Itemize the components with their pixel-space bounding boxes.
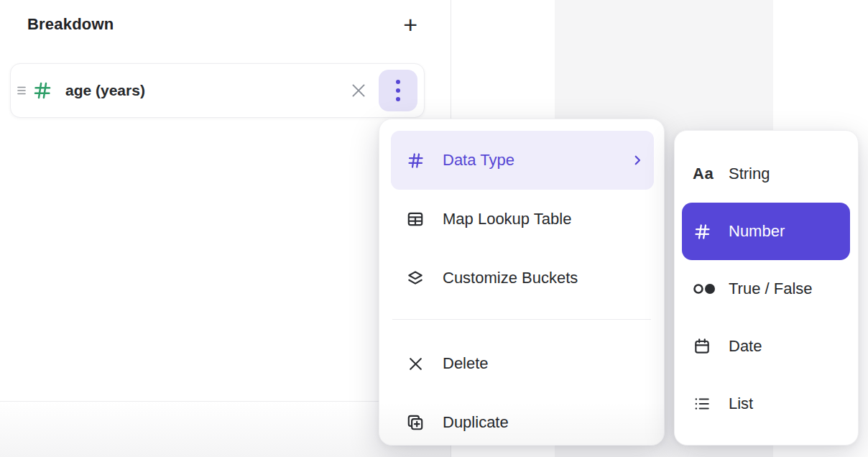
data-type-submenu: Aa String Number True / False <box>674 130 859 446</box>
table-icon <box>405 210 425 228</box>
submenu-item-label: Date <box>729 337 762 356</box>
menu-item-label: Delete <box>443 354 647 373</box>
menu-item-delete[interactable]: Delete <box>379 334 664 393</box>
submenu-item-date[interactable]: Date <box>675 318 858 375</box>
menu-divider <box>392 319 651 320</box>
breakdown-screen: Breakdown + age (years) <box>0 0 868 457</box>
chevron-right-icon <box>631 154 644 167</box>
calendar-icon <box>693 337 719 356</box>
breakdown-field-card[interactable]: age (years) <box>10 63 425 118</box>
submenu-item-label: List <box>729 394 753 413</box>
drag-handle-icon[interactable] <box>15 84 28 97</box>
boolean-circles-icon <box>693 282 719 296</box>
menu-item-label: Data Type <box>443 151 631 170</box>
layers-icon <box>405 269 425 287</box>
menu-item-customize-buckets[interactable]: Customize Buckets <box>379 249 664 308</box>
submenu-item-label: True / False <box>729 280 813 298</box>
submenu-item-list[interactable]: List <box>675 375 858 433</box>
menu-item-label: Duplicate <box>443 413 647 432</box>
menu-item-duplicate[interactable]: Duplicate <box>379 393 664 446</box>
menu-item-map-lookup-table[interactable]: Map Lookup Table <box>379 190 664 249</box>
field-context-menu: Data Type Map Lookup Table <box>379 119 665 446</box>
submenu-item-label: Number <box>729 222 785 241</box>
submenu-item-string[interactable]: Aa String <box>675 145 858 203</box>
menu-item-label: Customize Buckets <box>443 269 647 287</box>
breakdown-header: Breakdown + <box>27 11 422 37</box>
menu-item-label: Map Lookup Table <box>443 210 647 228</box>
kebab-menu-icon <box>396 80 400 101</box>
hash-icon <box>693 222 719 241</box>
submenu-item-true-false[interactable]: True / False <box>675 260 858 318</box>
hash-icon <box>405 151 425 170</box>
submenu-item-number[interactable]: Number <box>682 203 850 260</box>
number-hash-icon <box>28 80 57 101</box>
submenu-item-label: String <box>729 165 770 183</box>
list-icon <box>693 394 719 413</box>
page-title: Breakdown <box>27 15 114 34</box>
string-aa-icon: Aa <box>693 165 719 183</box>
duplicate-icon <box>405 413 425 432</box>
x-icon <box>349 81 368 100</box>
field-name: age (years) <box>65 82 344 99</box>
remove-field-button[interactable] <box>344 76 373 105</box>
field-more-options-button[interactable] <box>379 70 417 111</box>
x-icon <box>405 355 425 373</box>
add-breakdown-button[interactable]: + <box>399 14 422 35</box>
menu-item-data-type[interactable]: Data Type <box>391 131 654 190</box>
